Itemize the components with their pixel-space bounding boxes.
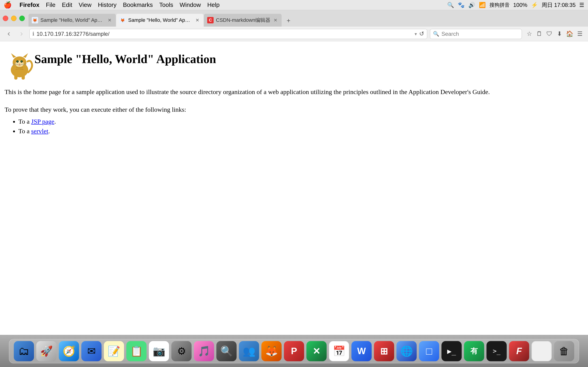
dock-photos[interactable]: 📷: [149, 341, 169, 361]
dock-mail[interactable]: ✉: [81, 341, 102, 361]
dock-firefox[interactable]: 🦊: [261, 341, 282, 361]
dock: 🗂 🚀 🧭 ✉ 📝 📋 📷 ⚙ 🎵: [9, 339, 579, 363]
tab-3-close[interactable]: ✕: [273, 17, 278, 23]
search-icon: 🔍: [433, 31, 439, 37]
forward-button[interactable]: [17, 29, 27, 39]
tab-3[interactable]: C CSDN-markdown编辑器 ✕: [204, 14, 282, 27]
servlet-link[interactable]: servlet: [31, 127, 48, 135]
reading-mode-button[interactable]: 🗒: [535, 29, 544, 39]
menu-button[interactable]: ☰: [575, 29, 584, 39]
search-input[interactable]: [441, 31, 519, 37]
dock-trash[interactable]: 🗑: [554, 341, 574, 361]
servlet-prefix: To a: [18, 127, 31, 135]
tab-2-close[interactable]: ✕: [195, 17, 200, 23]
dock-screensaver[interactable]: 🔍: [216, 341, 237, 361]
menubar-edit[interactable]: Edit: [59, 1, 76, 8]
dock-word[interactable]: W: [351, 341, 372, 361]
jsp-suffix: .: [54, 118, 56, 125]
menubar-tools[interactable]: Tools: [156, 1, 176, 8]
dock-calendar[interactable]: 📅: [329, 341, 349, 361]
prove-text: To prove that they work, you can execute…: [5, 106, 583, 113]
dock-itunes[interactable]: 🎵: [194, 341, 214, 361]
menubar-view[interactable]: View: [75, 1, 95, 8]
dock-vpn[interactable]: 🌐: [397, 341, 417, 361]
bookmark-star-button[interactable]: ☆: [525, 29, 534, 39]
page-content: Sample "Hello, World" Application This i…: [0, 41, 588, 335]
svg-rect-19: [22, 75, 25, 80]
dock-virtualbox[interactable]: □: [419, 341, 439, 361]
jsp-prefix: To a: [18, 118, 31, 125]
tab-2-title: Sample "Hello, World" Appl...: [128, 17, 192, 23]
menubar-file[interactable]: File: [43, 1, 59, 8]
svg-text:🦊: 🦊: [120, 18, 125, 23]
tab-2[interactable]: 🦊 Sample "Hello, World" Appl... ✕: [116, 14, 204, 27]
wifi-icon[interactable]: 📶: [479, 2, 486, 8]
spotlight-icon[interactable]: 🔍: [447, 2, 454, 8]
menubar-help[interactable]: Help: [204, 1, 223, 8]
menu-extras-icon[interactable]: ☰: [579, 2, 584, 8]
download-button[interactable]: ⬇: [555, 29, 564, 39]
dock-notes[interactable]: 📝: [104, 341, 124, 361]
tomcat-logo: [5, 50, 35, 80]
links-list: To a JSP page. To a servlet.: [5, 118, 583, 135]
menubar-firefox[interactable]: Firefox: [16, 1, 43, 8]
list-item-jsp: To a JSP page.: [18, 118, 583, 125]
volume-icon[interactable]: 🔊: [468, 2, 475, 8]
security-icon[interactable]: 🐾: [458, 2, 465, 8]
minimize-window-button[interactable]: [11, 16, 17, 21]
tab-1[interactable]: 🦊 Sample "Hello, World" Appl... ✕: [28, 14, 116, 27]
nav-bar: ℹ ▾ ↺ 🔍 ☆ 🗒 🛡 ⬇ 🏠 ☰: [0, 27, 588, 41]
clock: 周日 17:08:35: [542, 1, 576, 9]
address-info-icon[interactable]: ℹ: [32, 31, 34, 37]
tab-bar: 🦊 Sample "Hello, World" Appl... ✕ 🦊 Samp…: [0, 10, 588, 27]
dock-xmind[interactable]: ✕: [306, 341, 327, 361]
dock-terminal-white[interactable]: ▶_: [441, 341, 462, 361]
apple-menu[interactable]: 🍎: [4, 1, 12, 9]
dock-safari[interactable]: 🧭: [59, 341, 79, 361]
address-bar-input[interactable]: [36, 31, 412, 37]
menubar-status: 🔍 🐾 🔊 📶 搜狗拼音 100% ⚡ 周日 17:08:35 ☰: [447, 1, 584, 9]
menubar: 🍎 Firefox File Edit View History Bookmar…: [0, 0, 588, 10]
dock-launchpad[interactable]: 🚀: [36, 341, 57, 361]
tab-1-title: Sample "Hello, World" Appl...: [40, 17, 104, 23]
svg-marker-6: [11, 53, 16, 58]
menubar-history[interactable]: History: [95, 1, 120, 8]
dock-system-prefs[interactable]: ⚙: [171, 341, 191, 361]
dock-ppd[interactable]: P: [284, 341, 304, 361]
tab-1-favicon: 🦊: [32, 17, 38, 23]
svg-point-12: [21, 60, 22, 62]
pocket-button[interactable]: 🛡: [545, 29, 554, 39]
dock-finder[interactable]: 🗂: [14, 341, 34, 361]
tab-2-favicon: 🦊: [120, 17, 126, 23]
close-window-button[interactable]: [3, 16, 8, 21]
maximize-window-button[interactable]: [19, 16, 25, 21]
menubar-window[interactable]: Window: [176, 1, 204, 8]
sougou-icon[interactable]: 搜狗拼音: [489, 2, 510, 8]
toolbar-icons: ☆ 🗒 🛡 ⬇ 🏠 ☰: [525, 29, 584, 39]
dock-blank[interactable]: [531, 341, 552, 361]
home-button[interactable]: 🏠: [565, 29, 574, 39]
new-tab-button[interactable]: +: [284, 16, 294, 26]
traffic-lights: [3, 16, 25, 27]
svg-text:🦊: 🦊: [33, 18, 37, 23]
tab-1-close[interactable]: ✕: [107, 17, 112, 23]
dock-stickies[interactable]: 📋: [126, 341, 147, 361]
page-description: This is the home page for a sample appli…: [5, 87, 583, 97]
dock-youdu[interactable]: 有: [464, 341, 484, 361]
dock-team[interactable]: 👥: [239, 341, 259, 361]
servlet-suffix: .: [48, 127, 50, 135]
jsp-link[interactable]: JSP page: [31, 118, 54, 125]
svg-point-13: [19, 64, 20, 65]
dock-adobe[interactable]: F: [509, 341, 529, 361]
page-header: Sample "Hello, World" Application: [5, 50, 583, 80]
dock-wps[interactable]: ⊞: [374, 341, 394, 361]
dock-terminal[interactable]: >_: [486, 341, 507, 361]
search-bar-container: 🔍: [430, 29, 522, 39]
menubar-bookmarks[interactable]: Bookmarks: [120, 1, 156, 8]
browser-chrome: 🦊 Sample "Hello, World" Appl... ✕ 🦊 Samp…: [0, 10, 588, 41]
address-dropdown-icon[interactable]: ▾: [415, 31, 417, 37]
battery-text: 100%: [513, 2, 527, 8]
address-bar-container: ℹ ▾ ↺: [29, 29, 427, 39]
reload-button[interactable]: ↺: [419, 30, 424, 37]
back-button[interactable]: [4, 29, 14, 39]
